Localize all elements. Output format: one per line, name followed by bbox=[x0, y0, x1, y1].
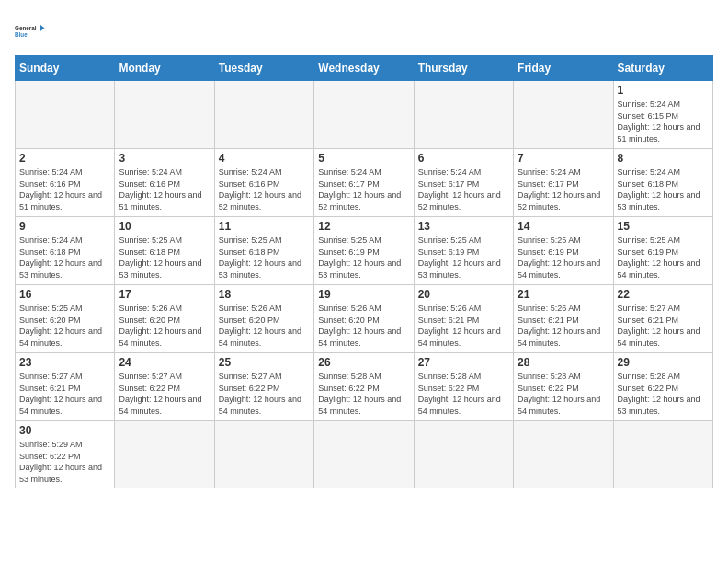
day-info: Sunrise: 5:27 AM Sunset: 6:21 PM Dayligh… bbox=[19, 371, 110, 417]
calendar-cell: 3Sunrise: 5:24 AM Sunset: 6:16 PM Daylig… bbox=[115, 149, 214, 217]
day-number: 23 bbox=[19, 356, 110, 369]
calendar-cell bbox=[314, 421, 414, 488]
calendar-cell: 7Sunrise: 5:24 AM Sunset: 6:17 PM Daylig… bbox=[514, 149, 613, 217]
calendar-week-2: 2Sunrise: 5:24 AM Sunset: 6:16 PM Daylig… bbox=[16, 149, 713, 217]
calendar-cell bbox=[414, 421, 513, 488]
calendar-cell: 2Sunrise: 5:24 AM Sunset: 6:16 PM Daylig… bbox=[16, 149, 115, 217]
calendar-cell: 14Sunrise: 5:25 AM Sunset: 6:19 PM Dayli… bbox=[514, 217, 613, 285]
calendar-cell: 1Sunrise: 5:24 AM Sunset: 6:15 PM Daylig… bbox=[613, 81, 712, 149]
day-number: 18 bbox=[219, 288, 310, 301]
calendar-cell bbox=[115, 421, 214, 488]
day-info: Sunrise: 5:29 AM Sunset: 6:22 PM Dayligh… bbox=[19, 439, 110, 485]
day-info: Sunrise: 5:26 AM Sunset: 6:20 PM Dayligh… bbox=[318, 303, 409, 349]
day-info: Sunrise: 5:24 AM Sunset: 6:16 PM Dayligh… bbox=[19, 167, 110, 213]
day-info: Sunrise: 5:25 AM Sunset: 6:18 PM Dayligh… bbox=[119, 235, 210, 281]
calendar-cell: 5Sunrise: 5:24 AM Sunset: 6:17 PM Daylig… bbox=[314, 149, 414, 217]
day-number: 15 bbox=[618, 220, 709, 233]
calendar-cell: 15Sunrise: 5:25 AM Sunset: 6:19 PM Dayli… bbox=[613, 217, 712, 285]
svg-text:Blue: Blue bbox=[15, 31, 28, 38]
calendar-week-6: 30Sunrise: 5:29 AM Sunset: 6:22 PM Dayli… bbox=[16, 421, 713, 488]
weekday-header-friday: Friday bbox=[514, 56, 613, 81]
day-number: 21 bbox=[518, 288, 609, 301]
day-info: Sunrise: 5:27 AM Sunset: 6:21 PM Dayligh… bbox=[618, 303, 709, 349]
calendar-cell: 13Sunrise: 5:25 AM Sunset: 6:19 PM Dayli… bbox=[414, 217, 513, 285]
weekday-header-sunday: Sunday bbox=[16, 56, 115, 81]
day-number: 25 bbox=[219, 356, 310, 369]
day-number: 11 bbox=[219, 220, 310, 233]
weekday-header-tuesday: Tuesday bbox=[214, 56, 313, 81]
day-info: Sunrise: 5:25 AM Sunset: 6:19 PM Dayligh… bbox=[318, 235, 409, 281]
calendar-cell: 22Sunrise: 5:27 AM Sunset: 6:21 PM Dayli… bbox=[613, 285, 712, 353]
weekday-header-monday: Monday bbox=[115, 56, 214, 81]
day-number: 24 bbox=[119, 356, 210, 369]
calendar-cell: 24Sunrise: 5:27 AM Sunset: 6:22 PM Dayli… bbox=[115, 353, 214, 421]
calendar-cell: 25Sunrise: 5:27 AM Sunset: 6:22 PM Dayli… bbox=[214, 353, 313, 421]
calendar-cell: 28Sunrise: 5:28 AM Sunset: 6:22 PM Dayli… bbox=[514, 353, 613, 421]
calendar-cell: 12Sunrise: 5:25 AM Sunset: 6:19 PM Dayli… bbox=[314, 217, 414, 285]
day-info: Sunrise: 5:24 AM Sunset: 6:16 PM Dayligh… bbox=[219, 167, 310, 213]
calendar-cell: 30Sunrise: 5:29 AM Sunset: 6:22 PM Dayli… bbox=[16, 421, 115, 488]
day-info: Sunrise: 5:26 AM Sunset: 6:20 PM Dayligh… bbox=[219, 303, 310, 349]
day-info: Sunrise: 5:28 AM Sunset: 6:22 PM Dayligh… bbox=[318, 371, 409, 417]
day-info: Sunrise: 5:26 AM Sunset: 6:21 PM Dayligh… bbox=[418, 303, 509, 349]
logo-icon: GeneralBlue bbox=[15, 15, 48, 48]
day-info: Sunrise: 5:25 AM Sunset: 6:19 PM Dayligh… bbox=[418, 235, 509, 281]
day-info: Sunrise: 5:28 AM Sunset: 6:22 PM Dayligh… bbox=[418, 371, 509, 417]
calendar-week-5: 23Sunrise: 5:27 AM Sunset: 6:21 PM Dayli… bbox=[16, 353, 713, 421]
day-number: 19 bbox=[318, 288, 409, 301]
day-info: Sunrise: 5:24 AM Sunset: 6:15 PM Dayligh… bbox=[618, 98, 709, 144]
day-info: Sunrise: 5:25 AM Sunset: 6:20 PM Dayligh… bbox=[19, 303, 110, 349]
day-number: 26 bbox=[318, 356, 409, 369]
calendar-cell bbox=[514, 81, 613, 149]
day-number: 6 bbox=[418, 152, 509, 165]
svg-text:General: General bbox=[15, 25, 37, 31]
calendar-cell bbox=[414, 81, 513, 149]
day-number: 27 bbox=[418, 356, 509, 369]
calendar-week-3: 9Sunrise: 5:24 AM Sunset: 6:18 PM Daylig… bbox=[16, 217, 713, 285]
calendar-cell: 10Sunrise: 5:25 AM Sunset: 6:18 PM Dayli… bbox=[115, 217, 214, 285]
day-info: Sunrise: 5:24 AM Sunset: 6:17 PM Dayligh… bbox=[318, 167, 409, 213]
calendar-cell bbox=[514, 421, 613, 488]
day-number: 13 bbox=[418, 220, 509, 233]
calendar-cell: 20Sunrise: 5:26 AM Sunset: 6:21 PM Dayli… bbox=[414, 285, 513, 353]
calendar-cell: 9Sunrise: 5:24 AM Sunset: 6:18 PM Daylig… bbox=[16, 217, 115, 285]
calendar-cell: 8Sunrise: 5:24 AM Sunset: 6:18 PM Daylig… bbox=[613, 149, 712, 217]
day-info: Sunrise: 5:28 AM Sunset: 6:22 PM Dayligh… bbox=[618, 371, 709, 417]
calendar-cell: 6Sunrise: 5:24 AM Sunset: 6:17 PM Daylig… bbox=[414, 149, 513, 217]
calendar-cell: 26Sunrise: 5:28 AM Sunset: 6:22 PM Dayli… bbox=[314, 353, 414, 421]
day-info: Sunrise: 5:24 AM Sunset: 6:18 PM Dayligh… bbox=[19, 235, 110, 281]
day-info: Sunrise: 5:24 AM Sunset: 6:16 PM Dayligh… bbox=[119, 167, 210, 213]
day-info: Sunrise: 5:24 AM Sunset: 6:17 PM Dayligh… bbox=[418, 167, 509, 213]
calendar-week-4: 16Sunrise: 5:25 AM Sunset: 6:20 PM Dayli… bbox=[16, 285, 713, 353]
day-number: 10 bbox=[119, 220, 210, 233]
calendar-week-1: 1Sunrise: 5:24 AM Sunset: 6:15 PM Daylig… bbox=[16, 81, 713, 149]
day-number: 1 bbox=[618, 84, 709, 97]
day-info: Sunrise: 5:27 AM Sunset: 6:22 PM Dayligh… bbox=[219, 371, 310, 417]
calendar-cell bbox=[115, 81, 214, 149]
day-number: 4 bbox=[219, 152, 310, 165]
day-number: 30 bbox=[19, 424, 110, 437]
day-number: 29 bbox=[618, 356, 709, 369]
day-info: Sunrise: 5:24 AM Sunset: 6:17 PM Dayligh… bbox=[518, 167, 609, 213]
day-info: Sunrise: 5:27 AM Sunset: 6:22 PM Dayligh… bbox=[119, 371, 210, 417]
svg-marker-2 bbox=[40, 25, 45, 31]
calendar-cell: 16Sunrise: 5:25 AM Sunset: 6:20 PM Dayli… bbox=[16, 285, 115, 353]
weekday-header-saturday: Saturday bbox=[613, 56, 712, 81]
calendar-cell: 27Sunrise: 5:28 AM Sunset: 6:22 PM Dayli… bbox=[414, 353, 513, 421]
day-number: 5 bbox=[318, 152, 409, 165]
day-number: 20 bbox=[418, 288, 509, 301]
weekday-header-thursday: Thursday bbox=[414, 56, 513, 81]
calendar-cell bbox=[214, 421, 313, 488]
logo: GeneralBlue bbox=[15, 15, 48, 48]
day-info: Sunrise: 5:25 AM Sunset: 6:18 PM Dayligh… bbox=[219, 235, 310, 281]
calendar-cell: 29Sunrise: 5:28 AM Sunset: 6:22 PM Dayli… bbox=[613, 353, 712, 421]
day-number: 28 bbox=[518, 356, 609, 369]
day-info: Sunrise: 5:26 AM Sunset: 6:20 PM Dayligh… bbox=[119, 303, 210, 349]
day-info: Sunrise: 5:26 AM Sunset: 6:21 PM Dayligh… bbox=[518, 303, 609, 349]
calendar-cell: 11Sunrise: 5:25 AM Sunset: 6:18 PM Dayli… bbox=[214, 217, 313, 285]
calendar-cell: 21Sunrise: 5:26 AM Sunset: 6:21 PM Dayli… bbox=[514, 285, 613, 353]
day-number: 12 bbox=[318, 220, 409, 233]
calendar-cell: 18Sunrise: 5:26 AM Sunset: 6:20 PM Dayli… bbox=[214, 285, 313, 353]
calendar-cell: 19Sunrise: 5:26 AM Sunset: 6:20 PM Dayli… bbox=[314, 285, 414, 353]
calendar-cell: 4Sunrise: 5:24 AM Sunset: 6:16 PM Daylig… bbox=[214, 149, 313, 217]
